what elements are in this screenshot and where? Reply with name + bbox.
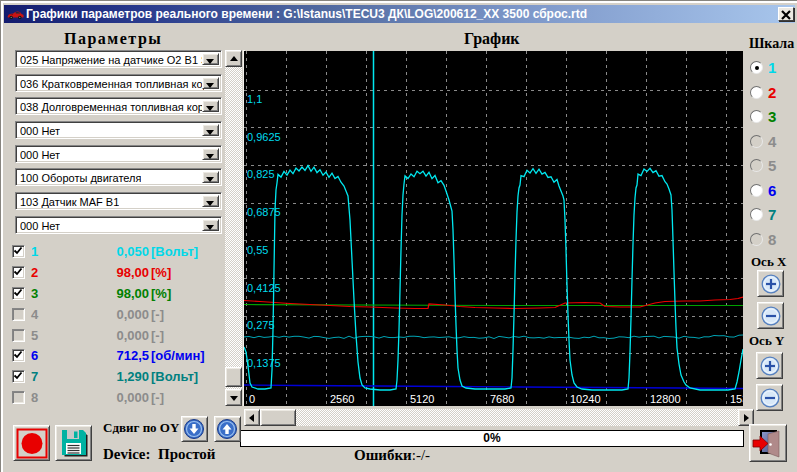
svg-text:153: 153 xyxy=(730,393,743,405)
svg-text:12800: 12800 xyxy=(650,393,681,405)
svg-text:7680: 7680 xyxy=(490,393,514,405)
svg-text:0,9625: 0,9625 xyxy=(247,131,281,143)
svg-text:0: 0 xyxy=(249,393,255,405)
svg-text:0,4125: 0,4125 xyxy=(247,282,281,294)
svg-text:0,1375: 0,1375 xyxy=(247,357,281,369)
svg-text:0,275: 0,275 xyxy=(247,319,275,331)
svg-text:0,825: 0,825 xyxy=(247,168,275,180)
svg-text:2560: 2560 xyxy=(330,393,354,405)
svg-text:0,55: 0,55 xyxy=(247,244,268,256)
svg-text:5120: 5120 xyxy=(410,393,434,405)
svg-text:10240: 10240 xyxy=(570,393,601,405)
svg-text:1,1: 1,1 xyxy=(247,93,262,105)
